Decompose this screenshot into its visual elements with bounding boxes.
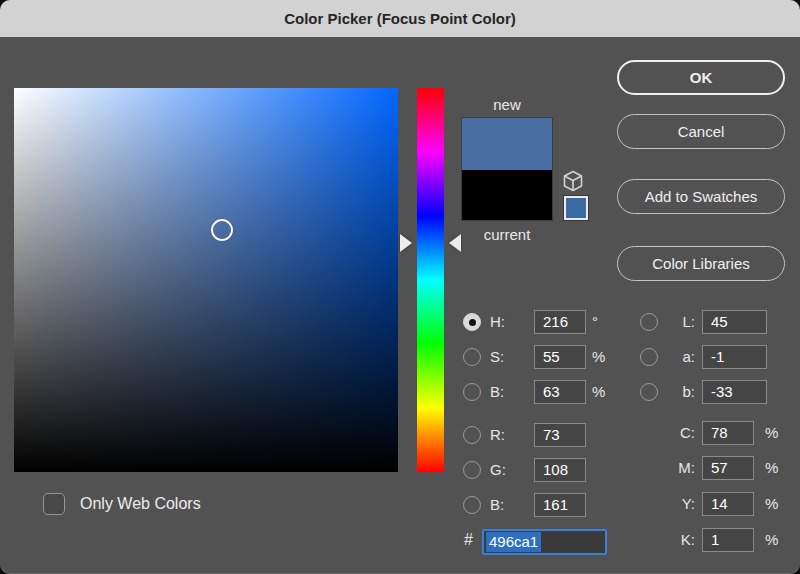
current-color-swatch[interactable]	[462, 170, 552, 220]
swatch-stack	[462, 118, 552, 220]
k-unit: %	[765, 528, 778, 552]
add-to-swatches-button[interactable]: Add to Swatches	[617, 179, 785, 214]
field-label-k: K:	[655, 528, 695, 552]
field-label-lab-b: b:	[655, 380, 695, 404]
hue-slider-arrow-right-icon[interactable]	[449, 234, 461, 252]
field-row-m: M: 57 %	[0, 456, 800, 480]
y-input[interactable]: 14	[702, 492, 754, 516]
lab-b-input[interactable]: -33	[702, 380, 767, 404]
field-label-y: Y:	[655, 492, 695, 516]
field-label-l: L:	[655, 310, 695, 334]
new-swatch-label: new	[462, 96, 552, 113]
l-input[interactable]: 45	[702, 310, 767, 334]
dialog-titlebar[interactable]: Color Picker (Focus Point Color)	[0, 0, 800, 37]
c-input[interactable]: 78	[702, 421, 754, 445]
color-libraries-button[interactable]: Color Libraries	[617, 246, 785, 281]
field-row-k: K: 1 %	[0, 528, 800, 552]
websafe-color-swatch[interactable]	[564, 196, 588, 220]
ok-button[interactable]: OK	[617, 60, 785, 95]
c-unit: %	[765, 421, 778, 445]
only-web-colors-checkbox[interactable]	[43, 493, 65, 515]
color-picker-ring[interactable]	[211, 219, 233, 241]
field-label-a: a:	[655, 345, 695, 369]
a-input[interactable]: -1	[702, 345, 767, 369]
color-picker-dialog: Color Picker (Focus Point Color) new cur…	[0, 0, 800, 574]
hue-slider-arrow-left-icon[interactable]	[400, 234, 412, 252]
y-unit: %	[765, 492, 778, 516]
field-row-l: L: 45	[0, 310, 800, 334]
field-label-c: C:	[655, 421, 695, 445]
m-input[interactable]: 57	[702, 456, 754, 480]
field-row-lab-b: b: -33	[0, 380, 800, 404]
cancel-button[interactable]: Cancel	[617, 114, 785, 149]
hue-slider[interactable]	[417, 88, 444, 472]
web-gamut-warning-cube-icon[interactable]	[561, 169, 585, 193]
current-swatch-label: current	[462, 226, 552, 243]
saturation-brightness-field[interactable]	[14, 88, 398, 472]
field-row-a: a: -1	[0, 345, 800, 369]
field-row-c: C: 78 %	[0, 421, 800, 445]
new-color-swatch	[462, 118, 552, 170]
only-web-colors-label: Only Web Colors	[80, 492, 201, 516]
k-input[interactable]: 1	[702, 528, 754, 552]
m-unit: %	[765, 456, 778, 480]
field-label-m: M:	[655, 456, 695, 480]
